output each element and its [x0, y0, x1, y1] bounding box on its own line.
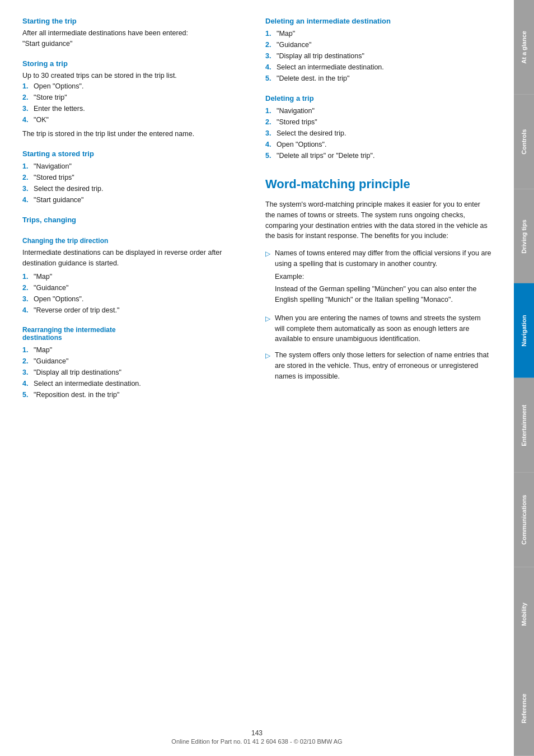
starting-trip-body: After all intermediate destinations have… — [22, 28, 249, 49]
trips-changing-title: Trips, changing — [22, 216, 249, 224]
list-item: 1."Map" — [22, 344, 249, 356]
sidebar-tab-mobility[interactable]: Mobility — [514, 567, 534, 662]
rearranging-title: Rearranging the intermediatedestinations — [22, 326, 249, 342]
sidebar-tab-controls[interactable]: Controls — [514, 95, 534, 189]
list-item: 3.Select the desired trip. — [265, 128, 491, 139]
list-item: 3."Display all trip destinations" — [22, 367, 249, 378]
page-container: Starting the trip After all intermediate… — [0, 0, 534, 756]
deleting-intermediate-section: Deleting an intermediate destination 1."… — [265, 17, 491, 84]
list-item: 1."Map" — [265, 28, 491, 39]
list-item: 4."Reverse order of trip dest." — [22, 305, 249, 316]
list-item: 1."Map" — [22, 271, 249, 282]
list-item: 2."Store trip" — [22, 92, 249, 103]
copyright-text: Online Edition for Part no. 01 41 2 604 … — [0, 738, 514, 745]
deleting-intermediate-list: 1."Map" 2."Guidance" 3."Display all trip… — [265, 28, 491, 84]
changing-trip-direction-body: Intermediate destinations can be display… — [22, 248, 249, 269]
list-item: 4.Open "Options". — [265, 139, 491, 150]
sidebar-tab-at-a-glance[interactable]: At a glance — [514, 0, 534, 95]
list-item: 4."OK" — [22, 114, 249, 125]
list-item: 4.Select an intermediate destination. — [22, 378, 249, 389]
list-item: 1.Open "Options". — [22, 81, 249, 92]
list-item: 3.Select the desired trip. — [22, 183, 249, 194]
changing-trip-direction-section: Changing the trip direction Intermediate… — [22, 237, 249, 316]
starting-stored-trip-title: Starting a stored trip — [22, 150, 249, 158]
list-item: 2."Guidance" — [22, 282, 249, 293]
page-footer: 143 Online Edition for Part no. 01 41 2 … — [0, 729, 514, 745]
deleting-trip-list: 1."Navigation" 2."Stored trips" 3.Select… — [265, 105, 491, 161]
bullet-content: When you are entering the names of towns… — [275, 313, 491, 344]
left-column: Starting the trip After all intermediate… — [22, 17, 249, 410]
list-item: 3.Enter the letters. — [22, 103, 249, 114]
list-item: 2."Guidance" — [22, 356, 249, 367]
list-item: ▷ Names of towns entered may differ from… — [265, 248, 491, 307]
list-item: 3.Open "Options". — [22, 293, 249, 305]
trips-changing-section: Trips, changing — [22, 216, 249, 227]
word-matching-bullets: ▷ Names of towns entered may differ from… — [265, 248, 491, 381]
list-item: 4.Select an intermediate destination. — [265, 62, 491, 73]
list-item: 3."Display all trip destinations" — [265, 50, 491, 62]
list-item: 2."Stored trips" — [22, 172, 249, 183]
deleting-trip-title: Deleting a trip — [265, 94, 491, 102]
sidebar-tab-entertainment[interactable]: Entertainment — [514, 378, 534, 473]
list-item: 5."Reposition dest. in the trip" — [22, 389, 249, 400]
word-matching-section: Word-matching principle The system's wor… — [265, 171, 491, 387]
main-content: Starting the trip After all intermediate… — [0, 0, 514, 756]
bullet-content: The system offers only those letters for… — [275, 350, 491, 381]
list-item: 1."Navigation" — [265, 105, 491, 116]
changing-trip-direction-list: 1."Map" 2."Guidance" 3.Open "Options". 4… — [22, 271, 249, 316]
page-number: 143 — [0, 729, 514, 737]
storing-trip-section: Storing a trip Up to 30 created trips ca… — [22, 59, 249, 140]
right-column: Deleting an intermediate destination 1."… — [265, 17, 491, 410]
list-item: ▷ When you are entering the names of tow… — [265, 313, 491, 344]
list-item: 4."Start guidance" — [22, 194, 249, 206]
rearranging-list: 1."Map" 2."Guidance" 3."Display all trip… — [22, 344, 249, 400]
sidebar-tab-navigation[interactable]: Navigation — [514, 283, 534, 378]
sidebar-tab-communications[interactable]: Communications — [514, 473, 534, 567]
list-item: ▷ The system offers only those letters f… — [265, 350, 491, 381]
deleting-trip-section: Deleting a trip 1."Navigation" 2."Stored… — [265, 94, 491, 161]
storing-trip-title: Storing a trip — [22, 59, 249, 68]
starting-stored-trip-list: 1."Navigation" 2."Stored trips" 3.Select… — [22, 161, 249, 206]
bullet-content: Names of towns entered may differ from t… — [275, 248, 491, 307]
sidebar-tab-reference[interactable]: Reference — [514, 661, 534, 756]
deleting-intermediate-title: Deleting an intermediate destination — [265, 17, 491, 25]
storing-trip-footer: The trip is stored in the trip list unde… — [22, 129, 249, 139]
sidebar-tab-driving-tips[interactable]: Driving tips — [514, 189, 534, 284]
rearranging-section: Rearranging the intermediatedestinations… — [22, 326, 249, 400]
storing-trip-list: 1.Open "Options". 2."Store trip" 3.Enter… — [22, 81, 249, 125]
word-matching-title: Word-matching principle — [265, 177, 491, 192]
word-matching-intro: The system's word-matching principle mak… — [265, 199, 491, 241]
starting-stored-trip-section: Starting a stored trip 1."Navigation" 2.… — [22, 150, 249, 206]
bullet-arrow-icon: ▷ — [265, 314, 270, 324]
list-item: 2."Stored trips" — [265, 116, 491, 128]
bullet-arrow-icon: ▷ — [265, 249, 270, 259]
bullet-arrow-icon: ▷ — [265, 351, 270, 361]
list-item: 1."Navigation" — [22, 161, 249, 172]
changing-trip-direction-title: Changing the trip direction — [22, 237, 249, 245]
storing-trip-body: Up to 30 created trips can be stored in … — [22, 71, 249, 81]
list-item: 2."Guidance" — [265, 39, 491, 50]
sidebar: At a glance Controls Driving tips Naviga… — [514, 0, 534, 756]
starting-trip-section: Starting the trip After all intermediate… — [22, 17, 249, 49]
list-item: 5."Delete dest. in the trip" — [265, 73, 491, 84]
two-column-layout: Starting the trip After all intermediate… — [22, 17, 491, 410]
list-item: 5."Delete all trips" or "Delete trip". — [265, 150, 491, 161]
starting-trip-title: Starting the trip — [22, 17, 249, 25]
